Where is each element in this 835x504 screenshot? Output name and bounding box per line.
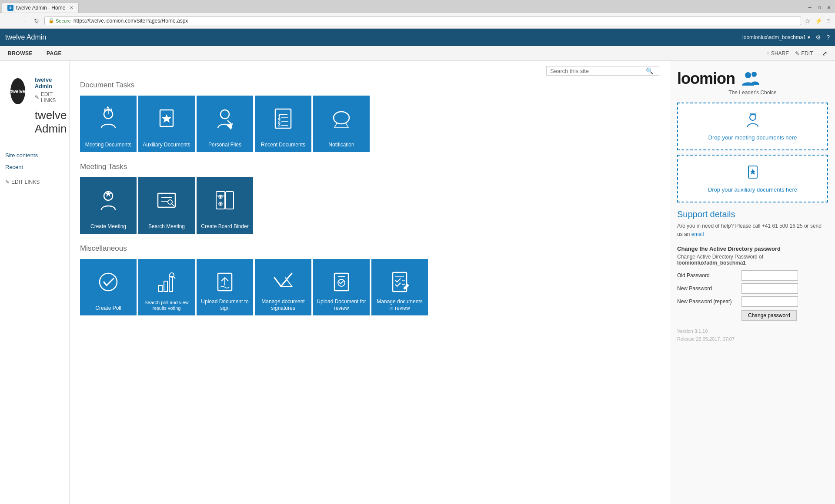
tile-meeting-documents-label: Meeting Documents [83, 142, 134, 148]
extensions-btn[interactable]: ⚡ [814, 16, 824, 26]
meeting-docs-icon [93, 103, 124, 134]
version-info: Version 3.1.10 Release 26.05.2017, 07:07 [677, 328, 828, 343]
svg-rect-24 [226, 192, 234, 209]
tile-notification-label: Notification [326, 142, 357, 148]
tile-upload-review-label: Upload Document for review [313, 298, 370, 311]
tile-create-poll[interactable]: Create Poll [80, 259, 137, 315]
maximize-button[interactable]: □ [815, 3, 824, 11]
meeting-tasks-title: Meeting Tasks [80, 162, 659, 171]
old-password-input[interactable] [741, 270, 798, 281]
close-tab-button[interactable]: ✕ [70, 5, 73, 10]
sidebar-edit-links-top[interactable]: EDIT LINKS [35, 91, 67, 103]
search-this-site[interactable]: 🔍 [546, 66, 659, 76]
support-email-link[interactable]: email [691, 231, 704, 237]
document-tasks-title: Document Tasks [80, 81, 659, 90]
address-text: https://twelve.loomion.com/SitePages/Hom… [73, 18, 188, 24]
new-password-label: New Password [677, 285, 738, 292]
tile-manage-review-label: Manage documents in review [371, 298, 428, 311]
ribbon-focus[interactable]: ⤢ [819, 48, 830, 59]
sidebar-item-site-contents[interactable]: Site contents [0, 149, 69, 161]
tile-upload-review[interactable]: Upload Document for review [313, 259, 370, 315]
forward-button[interactable]: → [17, 16, 29, 26]
app-header: twelve Admin loomionlux\adm_boschma1 ▾ ⚙… [0, 29, 835, 46]
tile-search-poll[interactable]: Search poll and view results voting [138, 259, 195, 315]
tile-manage-review[interactable]: Manage documents in review [371, 259, 428, 315]
tile-create-meeting[interactable]: Create Meeting [80, 177, 137, 234]
password-section: Change the Active Directory password Cha… [677, 245, 828, 321]
svg-marker-4 [162, 114, 171, 123]
drop-auxiliary-zone[interactable]: Drop your auxiliary documents here [677, 155, 828, 202]
tile-personal-files-label: Personal Files [206, 142, 244, 148]
drop-meeting-text: Drop your meeting documents here [708, 134, 797, 141]
browser-toolbar: ← → ↻ Secure https://twelve.loomion.com/… [0, 13, 835, 29]
tab-favicon: S [7, 5, 13, 11]
tile-upload-sign[interactable]: Upload Document to sign [197, 259, 253, 315]
tile-search-meeting[interactable]: Search Meeting [138, 177, 195, 234]
password-subtitle: Change Active Directory Password of loom… [677, 254, 828, 266]
sidebar-edit-links-bottom[interactable]: ✎ EDIT LINKS [0, 176, 69, 188]
share-icon: ↑ [767, 50, 769, 56]
tile-recent-documents[interactable]: 1 2 3 Recent Documents [255, 96, 311, 152]
drop-meeting-zone[interactable]: Drop your meeting documents here [677, 103, 828, 150]
minimize-button[interactable]: ─ [805, 3, 814, 11]
tile-notification[interactable]: Notification [313, 96, 370, 152]
refresh-button[interactable]: ↻ [31, 16, 42, 26]
svg-point-46 [752, 72, 757, 77]
new-password-repeat-row: New Password (repeat) [677, 296, 828, 307]
tile-meeting-documents[interactable]: Meeting Documents [80, 96, 137, 152]
edit-links-label: EDIT LINKS [41, 91, 67, 103]
svg-marker-2 [107, 106, 110, 109]
close-button[interactable]: ✕ [825, 3, 833, 11]
site-name-link[interactable]: twelve Admin [35, 76, 67, 90]
browser-tab-active[interactable]: S twelve Admin - Home ✕ [2, 3, 79, 13]
back-button[interactable]: ← [3, 16, 15, 26]
support-title: Support details [677, 209, 828, 219]
menu-btn[interactable]: ≡ [825, 16, 832, 26]
tile-recent-documents-label: Recent Documents [258, 142, 308, 148]
tile-personal-files[interactable]: Personal Files [197, 96, 253, 152]
user-dropdown-icon: ▾ [808, 34, 810, 40]
svg-point-21 [168, 200, 172, 204]
auxiliary-docs-icon [151, 103, 182, 134]
change-password-button[interactable]: Change password [741, 310, 797, 321]
user-info[interactable]: loomionlux\adm_boschma1 ▾ [742, 34, 810, 40]
tile-search-meeting-label: Search Meeting [146, 223, 187, 229]
tile-manage-signatures[interactable]: Manage document signatures [255, 259, 311, 315]
secure-badge: Secure [48, 18, 71, 23]
browser-tab-bar: S twelve Admin - Home ✕ ─ □ ✕ [0, 0, 835, 13]
bookmark-btn[interactable]: ☆ [804, 16, 812, 26]
ribbon-page[interactable]: PAGE [44, 49, 64, 58]
settings-button[interactable]: ⚙ [815, 34, 821, 41]
miscellaneous-title: Miscellaneous [80, 244, 659, 253]
ribbon-share[interactable]: ↑ SHARE [767, 50, 789, 56]
ribbon-browse[interactable]: BROWSE [5, 49, 35, 58]
miscellaneous-grid: Create Poll Search poll and view result [80, 259, 659, 315]
tile-board-binder[interactable]: Create Board Binder [197, 177, 253, 234]
new-password-input[interactable] [741, 283, 798, 294]
create-poll-icon [93, 267, 124, 297]
svg-text:3: 3 [278, 122, 281, 127]
tile-auxiliary-documents-label: Auxiliary Documents [140, 142, 193, 148]
new-password-repeat-input[interactable] [741, 296, 798, 307]
svg-marker-49 [750, 169, 756, 175]
meeting-tasks-grid: Create Meeting Search Meeting [80, 177, 659, 234]
address-bar[interactable]: Secure https://twelve.loomion.com/SitePa… [44, 17, 801, 25]
ribbon-right: ↑ SHARE ✎ EDIT ⤢ [767, 48, 830, 59]
new-password-row: New Password [677, 283, 828, 294]
search-button[interactable]: 🔍 [646, 67, 653, 74]
upload-review-icon [326, 267, 357, 297]
password-username: loomionlux\adm_boschma1 [677, 260, 746, 266]
meeting-tasks-section: Meeting Tasks Create Meeting [80, 162, 659, 234]
tile-auxiliary-documents[interactable]: Auxiliary Documents [138, 96, 195, 152]
ribbon-edit[interactable]: ✎ EDIT [795, 50, 813, 56]
sidebar-item-recent[interactable]: Recent [0, 161, 69, 173]
loomion-logo-icon [738, 70, 760, 87]
miscellaneous-section: Miscellaneous Create Poll [80, 244, 659, 315]
recent-docs-icon: 1 2 3 [268, 103, 298, 134]
help-button[interactable]: ? [826, 34, 830, 41]
svg-line-35 [174, 277, 175, 279]
svg-rect-32 [164, 281, 167, 292]
svg-rect-38 [334, 273, 348, 291]
tile-manage-signatures-label: Manage document signatures [255, 298, 311, 311]
search-input[interactable] [550, 68, 646, 74]
